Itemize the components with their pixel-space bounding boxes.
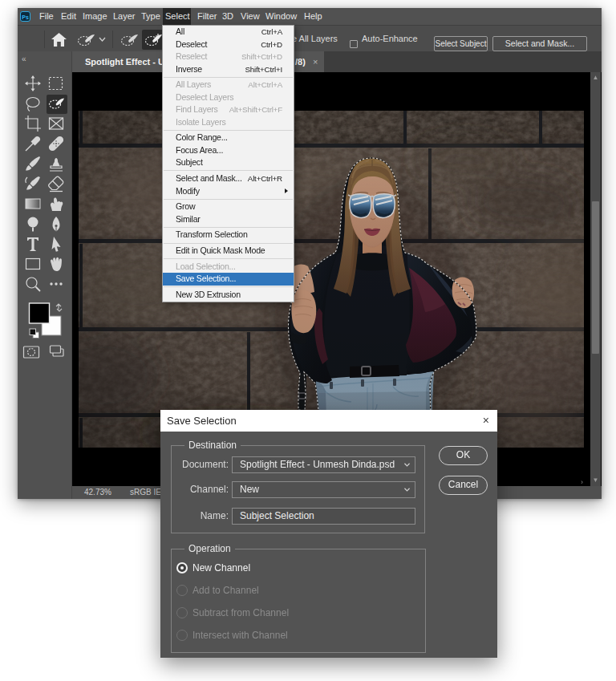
svg-text:Ps: Ps (22, 14, 29, 20)
